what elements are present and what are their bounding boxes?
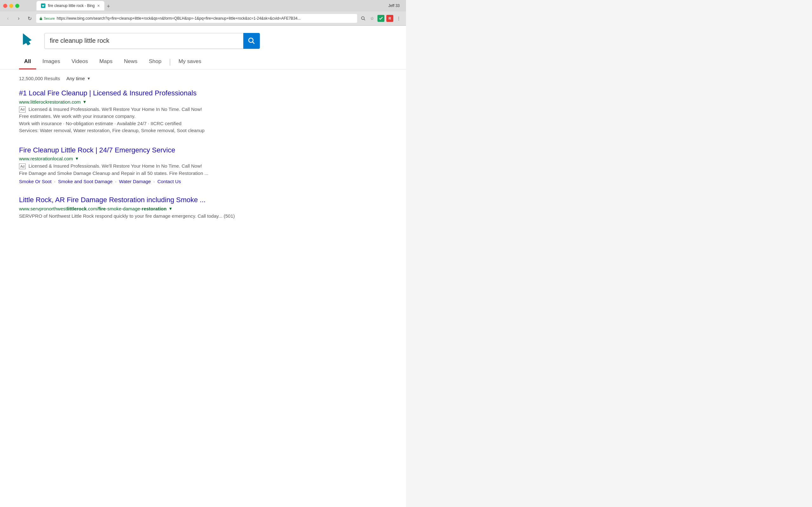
bing-page: All Images Videos Maps News Shop | My sa…	[0, 26, 406, 507]
result-1-url-row: www.littlerockrestoration.com ▼	[19, 99, 266, 105]
result-2-title[interactable]: Fire Cleanup Little Rock | 24/7 Emergenc…	[19, 146, 266, 155]
search-result-2: Fire Cleanup Little Rock | 24/7 Emergenc…	[19, 146, 266, 184]
address-bar-icons: ☆ R ⋮	[360, 15, 402, 22]
svg-point-1	[362, 17, 364, 20]
result-1-desc: Ad Licensed & Insured Professionals. We'…	[19, 106, 266, 134]
active-tab[interactable]: fire cleanup little rock - Bing ×	[37, 1, 104, 10]
search-result-3: Little Rock, AR Fire Damage Restoration …	[19, 195, 266, 220]
search-result-1: #1 Local Fire Cleanup | Licensed & Insur…	[19, 89, 266, 134]
time-filter[interactable]: Any time ▼	[66, 76, 90, 81]
result-2-url-row: www.restorationlocal.com ▼	[19, 156, 266, 161]
url-bold-restoration: restoration	[142, 206, 166, 211]
tab-maps[interactable]: Maps	[94, 55, 118, 69]
forward-button[interactable]: ›	[14, 14, 23, 22]
tab-news[interactable]: News	[119, 55, 143, 69]
result-3-desc: SERVPRO of Northwest Little Rock respond…	[19, 213, 266, 220]
bing-logo-icon	[19, 32, 35, 49]
star-icon[interactable]: ☆	[368, 15, 375, 22]
sitelink-contact-us[interactable]: Contact Us	[157, 179, 181, 184]
svg-line-4	[253, 42, 255, 44]
lock-icon	[39, 17, 43, 20]
result-3-title[interactable]: Little Rock, AR Fire Damage Restoration …	[19, 195, 266, 205]
time-filter-label: Any time	[66, 76, 85, 81]
search-button[interactable]	[243, 33, 260, 49]
ad-badge-2: Ad	[19, 164, 26, 170]
user-label: Jeff 33	[388, 3, 403, 8]
url-dropdown-arrow-2-icon: ▼	[75, 156, 79, 161]
search-address-icon[interactable]	[360, 15, 367, 22]
result-1-desc-line1: Licensed & Insured Professionals. We'll …	[29, 107, 202, 112]
maximize-button[interactable]	[15, 4, 19, 8]
bing-header	[0, 26, 406, 49]
tab-images[interactable]: Images	[38, 55, 65, 69]
extension-red-icon[interactable]: R	[386, 15, 393, 22]
refresh-icon: ↻	[28, 15, 32, 21]
sitelink-smoke-or-soot[interactable]: Smoke Or Soot	[19, 179, 52, 184]
nav-tabs: All Images Videos Maps News Shop | My sa…	[0, 55, 406, 69]
result-2-desc-line1: Licensed & Insured Professionals. We'll …	[29, 163, 202, 169]
address-bar[interactable]: Secure https://www.bing.com/search?q=fir…	[36, 14, 357, 23]
url-bold-littlerock: littlerock	[67, 206, 87, 211]
sitelink-sep-1: ·	[54, 179, 57, 184]
tab-shop[interactable]: Shop	[144, 55, 166, 69]
url-dropdown-arrow-3-icon: ▼	[168, 206, 172, 211]
results-meta: 12,500,000 Results Any time ▼	[19, 76, 266, 81]
new-tab-button[interactable]: +	[104, 3, 113, 10]
ad-badge-1: Ad	[19, 107, 26, 112]
bing-logo[interactable]	[19, 32, 35, 49]
tab-close-button[interactable]: ×	[97, 3, 100, 8]
url-bold-fire: fire	[98, 206, 106, 211]
url-display: https://www.bing.com/search?q=fire+clean…	[57, 16, 301, 20]
sitelink-smoke-soot-damage[interactable]: Smoke and Soot Damage	[58, 179, 113, 184]
results-count: 12,500,000 Results	[19, 76, 60, 81]
results-area: 12,500,000 Results Any time ▼ #1 Local F…	[0, 69, 286, 237]
title-bar: fire cleanup little rock - Bing × + Jeff…	[0, 0, 406, 11]
nav-divider: |	[168, 58, 172, 66]
search-input[interactable]	[45, 37, 243, 44]
sitelink-sep-3: ·	[154, 179, 156, 184]
address-bar-row: ‹ › ↻ Secure https://www.bing.com/search…	[0, 11, 406, 25]
back-icon: ‹	[7, 15, 9, 21]
result-2-sitelinks: Smoke Or Soot · Smoke and Soot Damage · …	[19, 179, 266, 184]
result-1-desc-line2: Free estimates. We work with your insura…	[19, 113, 136, 119]
window-controls	[3, 4, 19, 8]
result-3-url-text: www.servpronorthwestlittlerock.com/fire-…	[19, 206, 166, 211]
forward-icon: ›	[18, 15, 19, 21]
tab-bar: fire cleanup little rock - Bing × +	[33, 1, 116, 10]
tab-videos[interactable]: Videos	[66, 55, 93, 69]
tab-my-saves[interactable]: My saves	[173, 55, 206, 69]
svg-rect-0	[40, 18, 42, 20]
result-1-title[interactable]: #1 Local Fire Cleanup | Licensed & Insur…	[19, 89, 266, 98]
sitelink-sep-2: ·	[115, 179, 118, 184]
secure-label: Secure	[44, 16, 55, 20]
result-1-url[interactable]: www.littlerockrestoration.com	[19, 99, 81, 105]
svg-line-2	[364, 19, 365, 20]
url-dropdown-arrow-icon: ▼	[83, 100, 87, 104]
svg-point-3	[249, 38, 253, 43]
search-icon	[248, 38, 255, 44]
result-2-url[interactable]: www.restorationlocal.com	[19, 156, 73, 161]
search-box[interactable]	[44, 33, 260, 49]
tab-all[interactable]: All	[19, 55, 36, 69]
extension-green-icon[interactable]	[377, 15, 385, 22]
menu-icon[interactable]: ⋮	[395, 15, 402, 22]
result-1-desc-line3: Work with insurance · No-obligation esti…	[19, 121, 182, 126]
refresh-button[interactable]: ↻	[26, 14, 34, 22]
result-1-desc-line4: Services: Water removal, Water restorati…	[19, 128, 205, 133]
result-3-desc-line1: SERVPRO of Northwest Little Rock respond…	[19, 213, 235, 219]
dropdown-arrow-icon: ▼	[87, 76, 91, 81]
result-2-desc-line2: Fire Damage and Smoke Damage Cleanup and…	[19, 170, 208, 176]
secure-indicator: Secure	[39, 16, 55, 20]
browser-chrome: fire cleanup little rock - Bing × + Jeff…	[0, 0, 406, 26]
back-button[interactable]: ‹	[4, 14, 12, 22]
tab-favicon	[41, 3, 45, 8]
minimize-button[interactable]	[9, 4, 13, 8]
result-2-desc: Ad Licensed & Insured Professionals. We'…	[19, 163, 266, 177]
close-button[interactable]	[3, 4, 7, 8]
tab-title: fire cleanup little rock - Bing	[48, 3, 95, 8]
sitelink-water-damage[interactable]: Water Damage	[119, 179, 151, 184]
result-3-url-row: www.servpronorthwestlittlerock.com/fire-…	[19, 206, 266, 211]
